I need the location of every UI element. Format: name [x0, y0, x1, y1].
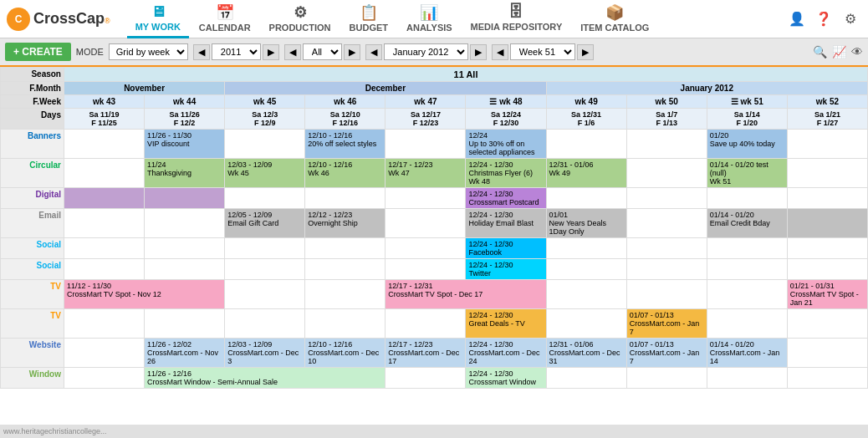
- header-month-row: F.Month November December January 2012: [1, 82, 868, 95]
- catalog-icon: 📦: [605, 3, 624, 22]
- view-icon[interactable]: 👁: [851, 45, 863, 59]
- logo-text: CrossCap®: [33, 10, 110, 28]
- tv2-wk48[interactable]: 12/24 - 12/30Great Deals - TV: [466, 309, 546, 339]
- social1-wk48[interactable]: 12/24 - 12/30Facebook: [466, 238, 546, 259]
- nav-catalog[interactable]: 📦 ITEM CATALOG: [572, 0, 657, 38]
- create-button[interactable]: + CREATE: [5, 43, 71, 61]
- banners-wk43: [64, 130, 144, 159]
- month-prev[interactable]: ◀: [365, 44, 382, 60]
- nav-analysis[interactable]: 📊 ANALYSIS: [398, 0, 461, 38]
- social1-wk43: [64, 238, 144, 259]
- circular-wk45[interactable]: 12/03 - 12/09Wk 45: [225, 159, 305, 188]
- digital-wk48[interactable]: 12/24 - 12/30Crosssmart Postcard: [466, 188, 546, 209]
- window-wk48[interactable]: 12/24 - 12/30Crosssmart Window: [466, 368, 546, 389]
- settings-icon[interactable]: ⚙: [840, 8, 861, 30]
- website-wk47[interactable]: 12/17 - 12/23CrossMart.com - Dec 17: [385, 339, 466, 368]
- window-wk50: [626, 368, 707, 389]
- month-select[interactable]: January 2012: [384, 43, 468, 60]
- help-icon[interactable]: ❓: [813, 8, 835, 30]
- window-label: Window: [1, 368, 64, 389]
- nav-budget[interactable]: 📋 BUDGET: [341, 0, 396, 38]
- days-wk46: Sa 12/10F 12/16: [305, 109, 385, 130]
- chart-icon[interactable]: 📈: [832, 45, 846, 59]
- circular-wk49[interactable]: 12/31 - 01/06Wk 49: [546, 159, 626, 188]
- circular-wk48[interactable]: 12/24 - 12/30Christmas Flyer (6)Wk 48: [466, 159, 546, 188]
- calendar-container: Season 11 All F.Month November December …: [0, 67, 868, 438]
- mode-select[interactable]: Grid by week: [109, 43, 188, 60]
- week-prev[interactable]: ◀: [492, 44, 508, 60]
- website-wk44[interactable]: 11/26 - 12/02CrossMart.com - Nov 26: [145, 339, 225, 368]
- email-wk46[interactable]: 12/12 - 12/23Overnight Ship: [305, 209, 385, 238]
- website-label: Website: [1, 339, 64, 368]
- fmonth-label: F.Month: [1, 82, 64, 95]
- email-wk51[interactable]: 01/14 - 01/20Email Credit Bday: [707, 209, 787, 238]
- banners-wk51[interactable]: 01/20Save up 40% today: [707, 130, 787, 159]
- month-next[interactable]: ▶: [470, 44, 487, 60]
- month-dec: December: [225, 82, 546, 95]
- tv2-wk52: [787, 309, 867, 339]
- filter-prev[interactable]: ◀: [284, 44, 301, 60]
- social2-wk48[interactable]: 12/24 - 12/30Twitter: [466, 259, 546, 280]
- year-select[interactable]: 2011: [212, 43, 261, 60]
- tv2-wk50[interactable]: 01/07 - 01/13CrossMart.com - Jan 7: [626, 309, 707, 339]
- website-wk51[interactable]: 01/14 - 01/20CrossMart.com - Jan 14: [707, 339, 787, 368]
- days-wk49: Sa 12/31F 1/6: [546, 109, 626, 130]
- website-wk48[interactable]: 12/24 - 12/30CrossMart.com - Dec 24: [466, 339, 546, 368]
- year-next[interactable]: ▶: [263, 44, 279, 60]
- circular-wk46[interactable]: 12/10 - 12/16Wk 46: [305, 159, 385, 188]
- tv1-jan[interactable]: 01/21 - 01/31CrossMart TV Spot - Jan 21: [787, 280, 867, 309]
- tv2-wk46: [305, 309, 385, 339]
- social2-wk46: [305, 259, 385, 280]
- nav-calendar[interactable]: 📅 CALENDAR: [191, 0, 259, 38]
- social2-wk44: [145, 259, 225, 280]
- days-wk51: Sa 1/14F 1/20: [707, 109, 787, 130]
- nav-media[interactable]: 🗄 MEDIA REPOSITORY: [462, 0, 571, 38]
- nav-production[interactable]: ⚙ PRODUCTION: [261, 0, 340, 38]
- window-nov-dec[interactable]: 11/26 - 12/16CrossMart Window - Semi-Ann…: [145, 368, 385, 389]
- bottom-bar: www.heritagechristiancollege...: [0, 425, 868, 438]
- social1-wk47: [385, 238, 466, 259]
- row-window: Window 11/26 - 12/16CrossMart Window - S…: [1, 368, 868, 389]
- circular-wk51[interactable]: 01/14 - 01/20 test (null)Wk 51: [707, 159, 787, 188]
- week-nav: ◀ Week 51 ▶: [492, 43, 594, 60]
- tv1-wk45: [225, 280, 305, 309]
- website-wk46[interactable]: 12/10 - 12/16CrossMart.com - Dec 10: [305, 339, 385, 368]
- tv1-wk46: [305, 280, 385, 309]
- email-wk49[interactable]: 01/01New Years Deals 1Day Only: [546, 209, 626, 238]
- user-icon[interactable]: 👤: [786, 8, 808, 30]
- website-wk52: [787, 339, 867, 368]
- email-wk45[interactable]: 12/05 - 12/09Email Gift Card: [225, 209, 305, 238]
- circular-wk44[interactable]: 11/24Thanksgiving: [145, 159, 225, 188]
- nav-mywork[interactable]: 🖥 MY WORK: [127, 0, 189, 38]
- wk50: wk 50: [626, 95, 707, 109]
- tv1-dec[interactable]: 12/17 - 12/31CrossMart TV Spot - Dec 17: [385, 280, 546, 309]
- filter-select[interactable]: All: [303, 43, 342, 60]
- website-wk45[interactable]: 12/03 - 12/09CrossMart.com - Dec 3: [225, 339, 305, 368]
- social2-wk51: [707, 259, 787, 280]
- tv2-wk45: [225, 309, 305, 339]
- digital-label: Digital: [1, 188, 64, 209]
- website-wk49[interactable]: 12/31 - 01/06CrossMart.com - Dec 31: [546, 339, 626, 368]
- social1-wk51: [707, 238, 787, 259]
- window-wk49: [546, 368, 626, 389]
- banners-wk44[interactable]: 11/26 - 11/30VIP discount: [145, 130, 225, 159]
- social2-wk52: [787, 259, 867, 280]
- tv1-nov[interactable]: 11/12 - 11/30CrossMart TV Spot - Nov 12: [64, 280, 224, 309]
- week-select[interactable]: Week 51: [510, 43, 575, 60]
- fweek-label: F.Week: [1, 95, 64, 109]
- week-next[interactable]: ▶: [577, 44, 594, 60]
- digital-wk44: [145, 188, 225, 209]
- tv2-wk44: [145, 309, 225, 339]
- year-prev[interactable]: ◀: [193, 44, 210, 60]
- wk51: ☰ wk 51: [707, 95, 787, 109]
- circular-wk47[interactable]: 12/17 - 12/23Wk 47: [385, 159, 466, 188]
- banners-wk46[interactable]: 12/10 - 12/1620% off select styles: [305, 130, 385, 159]
- row-digital: Digital 12/24 - 12/30Crosssmart Postcard: [1, 188, 868, 209]
- search-icon[interactable]: 🔍: [813, 45, 827, 59]
- wk45: wk 45: [225, 95, 305, 109]
- filter-next[interactable]: ▶: [344, 44, 360, 60]
- email-wk48[interactable]: 12/24 - 12/30Holiday Email Blast: [466, 209, 546, 238]
- season-label: Season: [1, 68, 64, 82]
- website-wk50[interactable]: 01/07 - 01/13CrossMart.com - Jan 7: [626, 339, 707, 368]
- banners-wk48[interactable]: 12/24Up to 30% off on selected appliance…: [466, 130, 546, 159]
